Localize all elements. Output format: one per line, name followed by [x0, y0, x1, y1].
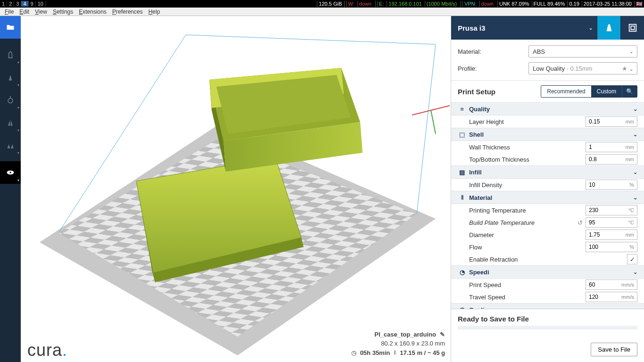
workspace-2[interactable]: 2 [7, 1, 14, 7]
app-logo: cura. [27, 340, 67, 360]
view-mode-tool[interactable]: ▾ [0, 161, 21, 184]
layer-height-input[interactable]: mm [586, 116, 637, 127]
svg-line-12 [431, 110, 436, 134]
open-file-button[interactable] [0, 16, 21, 39]
menu-settings[interactable]: Settings [50, 8, 76, 15]
svg-rect-21 [629, 25, 636, 32]
category-infill[interactable]: ▨Infill⌄ [451, 165, 644, 179]
mirror-tool[interactable]: ▾ [0, 111, 21, 134]
chevron-down-icon[interactable]: ⌄ [588, 25, 593, 31]
menu-extensions[interactable]: Extensions [76, 8, 109, 15]
material-label: Material: [458, 48, 528, 55]
save-button[interactable]: Save to File [591, 343, 637, 356]
svg-line-10 [186, 35, 436, 44]
menu-preferences[interactable]: Preferences [109, 8, 146, 15]
category-shell[interactable]: ⬚Shell⌄ [451, 128, 644, 141]
object-info: PI_case_top_arduino✎ 80.2 x 160.9 x 23.0… [351, 331, 445, 356]
filament-icon: ⦀ [394, 349, 396, 356]
disk-usage: 120.5 GiB [317, 1, 343, 7]
tab-custom[interactable]: Custom [591, 86, 622, 97]
profile-select[interactable]: Low Quality - 0.15mm★ ⌄ [528, 62, 637, 74]
category-quality[interactable]: ≡Quality⌄ [451, 102, 644, 115]
clock-icon: ◷ [351, 349, 356, 356]
svg-point-0 [8, 99, 13, 103]
left-toolbar: ▾ ▾ ▾ ▾ ▾ ▾ [0, 16, 21, 362]
print-speed-input[interactable]: mm/s [586, 280, 637, 290]
move-tool[interactable]: ▾ [0, 43, 21, 66]
print-time: 05h 35min [360, 349, 390, 356]
category-cooling[interactable]: ❋Cooling⌄ [451, 303, 644, 309]
workspace-switcher[interactable]: 1234910 [0, 1, 46, 7]
workspace-4[interactable]: 4 [21, 1, 28, 7]
svg-line-9 [417, 44, 436, 214]
3d-viewport[interactable]: cura. PI_case_top_arduino✎ 80.2 x 160.9 … [21, 16, 451, 362]
diameter-input[interactable]: mm [586, 230, 637, 240]
flag-icon: 🇬🇧 [634, 1, 644, 7]
printer-select[interactable]: Prusa i3 [451, 24, 588, 32]
tab-recommended[interactable]: Recommended [541, 86, 591, 97]
svg-point-2 [9, 172, 11, 173]
bed-temp-input[interactable]: °C [586, 217, 637, 228]
menu-view[interactable]: View [32, 8, 50, 15]
print-temp-input[interactable]: °C [586, 205, 637, 215]
settings-panel: Prusa i3 ⌄ Material: ABS⌄ Profile: Low Q… [451, 16, 644, 362]
menu-help[interactable]: Help [146, 8, 163, 15]
print-setup-title: Print Setup [458, 88, 541, 96]
filament-usage: 17.15 m / ~ 45 g [400, 349, 445, 356]
system-status-bar: 1234910 120.5 GiB W: down E: 192.168.0.1… [0, 0, 644, 8]
menubar: FileEditViewSettingsExtensionsPreference… [0, 8, 644, 16]
progress-bar [458, 326, 637, 329]
workspace-3[interactable]: 3 [14, 1, 21, 7]
workspace-9[interactable]: 9 [29, 1, 36, 7]
infill-density-input[interactable]: % [586, 180, 637, 190]
layer-height-label: Layer Height [469, 118, 586, 125]
workspace-1[interactable]: 1 [0, 1, 7, 7]
topbottom-input[interactable]: mm [586, 154, 637, 165]
svg-rect-22 [631, 26, 634, 29]
menu-file[interactable]: File [2, 8, 17, 15]
workspace-10[interactable]: 10 [36, 1, 46, 7]
retraction-checkbox[interactable]: ✓ [627, 254, 637, 264]
tab-print-settings[interactable] [597, 16, 620, 40]
material-select[interactable]: ABS⌄ [528, 45, 637, 58]
status-text: Ready to Save to File [458, 315, 637, 323]
clock: 2017-03-25 11:38:00 [582, 1, 633, 7]
menu-edit[interactable]: Edit [17, 8, 32, 15]
wall-thickness-input[interactable]: mm [586, 142, 637, 152]
edit-name-icon[interactable]: ✎ [440, 331, 445, 338]
profile-label: Profile: [458, 65, 528, 72]
category-material[interactable]: ⦀Material⌄ [451, 191, 644, 204]
scale-tool[interactable]: ▾ [0, 66, 21, 89]
per-model-tool[interactable]: ▾ [0, 134, 21, 156]
reset-icon[interactable]: ↺ [578, 219, 583, 226]
search-icon[interactable]: 🔍 [622, 86, 637, 97]
category-speed[interactable]: ◔Speedi⌄ [451, 265, 644, 279]
flow-input[interactable]: % [586, 242, 637, 252]
tab-monitor[interactable] [620, 16, 644, 40]
rotate-tool[interactable]: ▾ [0, 89, 21, 111]
object-name: PI_case_top_arduino [374, 331, 436, 338]
travel-speed-input[interactable]: mm/s [586, 292, 637, 302]
object-dimensions: 80.2 x 160.9 x 23.0 mm [351, 340, 445, 347]
